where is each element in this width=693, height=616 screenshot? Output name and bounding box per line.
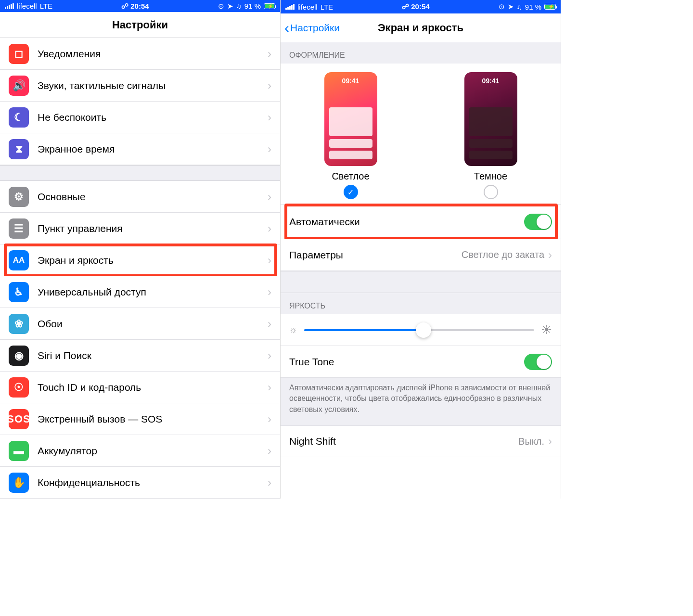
dark-thumbnail: 09:41: [464, 72, 517, 166]
chevron-right-icon: ›: [268, 142, 271, 156]
row-label: Пункт управления: [38, 223, 268, 234]
row-icon: ◉: [9, 346, 29, 366]
row-icon: 🔊: [9, 76, 29, 96]
truetone-description: Автоматически адаптировать дисплей iPhon…: [281, 378, 561, 425]
chevron-right-icon: ›: [268, 381, 271, 394]
settings-row[interactable]: ⚙Основные›: [0, 181, 280, 213]
battery-icon: ⚡: [264, 3, 275, 9]
battery-pct-label: 91 %: [525, 3, 541, 11]
chevron-right-icon: ›: [268, 317, 271, 331]
slider-knob[interactable]: [416, 322, 431, 338]
brightness-slider[interactable]: [304, 329, 535, 331]
row-label: Touch ID и код-пароль: [38, 382, 268, 393]
battery-pct-label: 91 %: [244, 2, 261, 10]
phone-display-brightness: lifecell LTE ☍ 20:54 ⊙ ➤ ♫ 91 % ⚡ ‹ Наст…: [281, 0, 561, 499]
page-title: Экран и яркость: [378, 22, 463, 34]
group-separator: [0, 165, 280, 181]
dark-radio[interactable]: [484, 185, 498, 199]
settings-row[interactable]: ☾Не беспокоить›: [0, 102, 280, 133]
chevron-right-icon: ›: [268, 476, 271, 489]
row-label: Универсальный доступ: [38, 286, 268, 298]
network-label: LTE: [321, 3, 333, 11]
settings-row[interactable]: 🔊Звуки, тактильные сигналы›: [0, 70, 280, 102]
settings-group-a: ◻︎Уведомления›🔊Звуки, тактильные сигналы…: [0, 38, 280, 165]
battery-icon: ⚡: [544, 4, 556, 10]
nav-header: Настройки: [0, 12, 280, 38]
settings-row[interactable]: ◉Siri и Поиск›: [0, 340, 280, 372]
brightness-slider-row: ☼ ☀: [281, 314, 561, 346]
chevron-right-icon: ›: [268, 47, 271, 61]
settings-row[interactable]: ◻︎Уведомления›: [0, 38, 280, 70]
status-bar: lifecell LTE ☍ 20:54 ⊙ ➤ ♫ 91 % ⚡: [0, 0, 280, 12]
automatic-toggle[interactable]: [524, 214, 552, 230]
back-button[interactable]: ‹ Настройки: [284, 13, 340, 42]
chevron-right-icon: ›: [548, 248, 552, 262]
lock-icon: ⊙: [499, 2, 505, 11]
light-label: Светлое: [324, 171, 377, 182]
nightshift-label: Night Shift: [289, 436, 518, 447]
brightness-section-header: ЯРКОСТЬ: [281, 293, 561, 314]
row-icon: ▬: [9, 441, 29, 461]
params-row[interactable]: Параметры Светлое до заката ›: [281, 239, 561, 271]
sun-small-icon: ☼: [289, 325, 297, 335]
headphones-icon: ♫: [517, 3, 522, 11]
link-icon: ☍: [121, 2, 128, 10]
network-label: LTE: [40, 2, 52, 10]
carrier-label: lifecell: [17, 2, 37, 10]
sun-large-icon: ☀: [541, 322, 552, 337]
truetone-label: True Tone: [289, 356, 524, 368]
row-icon: ♿︎: [9, 282, 29, 302]
settings-row[interactable]: ✋Конфиденциальность›: [0, 467, 280, 499]
row-label: Не беспокоить: [38, 112, 268, 123]
signal-icon: [285, 4, 295, 10]
row-icon: ☉: [9, 377, 29, 398]
time-label: 20:54: [411, 2, 429, 11]
automatic-row-wrapper: Автоматически: [281, 205, 561, 239]
row-label: Экран и яркость: [38, 255, 268, 266]
settings-row[interactable]: ☉Touch ID и код-пароль›: [0, 372, 280, 403]
chevron-right-icon: ›: [268, 444, 271, 458]
appearance-picker: 09:41 Светлое ✓ 09:41 Темное: [281, 64, 561, 205]
chevron-left-icon: ‹: [284, 21, 289, 35]
row-icon: ❀: [9, 314, 29, 334]
appearance-option-light[interactable]: 09:41 Светлое ✓: [324, 72, 377, 199]
light-thumbnail: 09:41: [324, 72, 377, 166]
chevron-right-icon: ›: [268, 222, 271, 235]
chevron-right-icon: ›: [268, 254, 271, 267]
chevron-right-icon: ›: [268, 111, 271, 124]
row-label: Экстренный вызов — SOS: [38, 413, 268, 425]
chevron-right-icon: ›: [268, 79, 271, 92]
time-label: 20:54: [130, 2, 149, 10]
light-radio[interactable]: ✓: [344, 185, 358, 199]
settings-group-b: ⚙Основные›☰Пункт управления›AAЭкран и яр…: [0, 181, 280, 499]
status-bar: lifecell LTE ☍ 20:54 ⊙ ➤ ♫ 91 % ⚡: [281, 0, 561, 13]
settings-row[interactable]: ♿︎Универсальный доступ›: [0, 276, 280, 308]
settings-row[interactable]: ❀Обои›: [0, 308, 280, 340]
params-value: Светлое до заката: [462, 249, 544, 260]
dark-label: Темное: [464, 171, 517, 182]
link-icon: ☍: [402, 2, 409, 11]
location-icon: ➤: [227, 2, 233, 11]
truetone-row[interactable]: True Tone: [281, 346, 561, 378]
nightshift-value: Выкл.: [518, 436, 544, 447]
appearance-section-header: ОФОРМЛЕНИЕ: [281, 42, 561, 64]
chevron-right-icon: ›: [268, 190, 271, 204]
nightshift-row[interactable]: Night Shift Выкл. ›: [281, 425, 561, 457]
settings-row[interactable]: SOSЭкстренный вызов — SOS›: [0, 403, 280, 435]
phone-settings-list: lifecell LTE ☍ 20:54 ⊙ ➤ ♫ 91 % ⚡ Настро…: [0, 0, 281, 499]
settings-row[interactable]: ▬Аккумулятор›: [0, 435, 280, 467]
row-icon: AA: [9, 250, 29, 270]
automatic-row[interactable]: Автоматически: [281, 205, 561, 239]
row-label: Обои: [38, 318, 268, 330]
settings-row[interactable]: ☰Пункт управления›: [0, 213, 280, 244]
appearance-option-dark[interactable]: 09:41 Темное: [464, 72, 517, 199]
row-icon: ☾: [9, 107, 29, 128]
chevron-right-icon: ›: [268, 285, 271, 299]
truetone-toggle[interactable]: [524, 354, 552, 370]
row-icon: ☰: [9, 218, 29, 239]
row-label: Основные: [38, 191, 268, 203]
settings-row[interactable]: AAЭкран и яркость›: [0, 244, 280, 276]
nav-header: ‹ Настройки Экран и яркость: [281, 13, 561, 42]
settings-row[interactable]: ⧗Экранное время›: [0, 133, 280, 165]
row-label: Экранное время: [38, 143, 268, 155]
